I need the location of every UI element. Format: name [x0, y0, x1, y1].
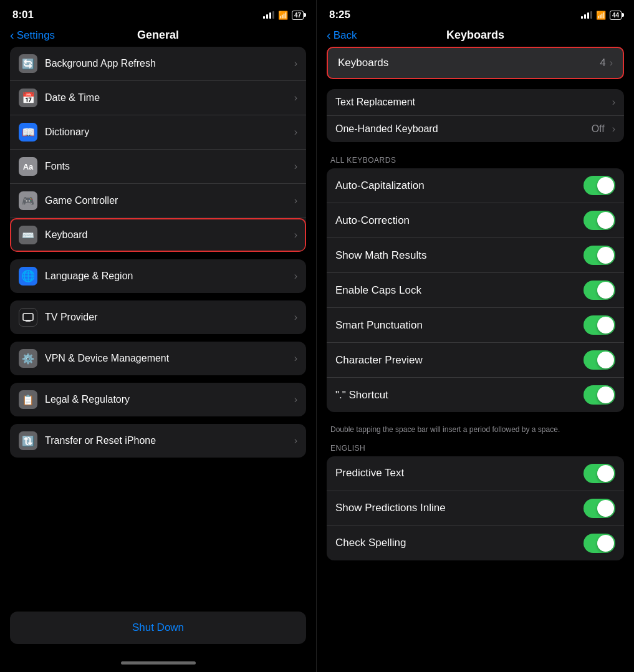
label-language-region: Language & Region	[45, 271, 291, 282]
keyboards-label: Keyboards	[338, 57, 600, 69]
back-label-right: Back	[334, 29, 357, 42]
toggle-row-check-spelling: Check Spelling	[327, 526, 624, 560]
label-enable-caps-lock: Enable Caps Lock	[335, 284, 584, 297]
icon-tv-provider	[19, 308, 37, 327]
nav-title-left: General	[137, 29, 179, 42]
settings-row-language-region[interactable]: 🌐 Language & Region ›	[10, 259, 306, 293]
shutdown-button[interactable]: Shut Down	[10, 612, 306, 644]
chevron-legal: ›	[294, 394, 297, 405]
back-button-right[interactable]: ‹ Back	[327, 28, 357, 42]
settings-list-left: 🔄 Background App Refresh › 📅 Date & Time…	[0, 47, 316, 607]
chevron-dictionary: ›	[294, 127, 297, 138]
section-english: ENGLISH	[327, 438, 624, 456]
label-auto-correction: Auto-Correction	[335, 214, 584, 227]
status-icons-left: 📶 47	[263, 11, 304, 20]
settings-row-vpn[interactable]: ⚙️ VPN & Device Management ›	[10, 342, 306, 375]
group-text-replacement: Text Replacement › One-Handed Keyboard O…	[327, 89, 624, 142]
label-text-replacement: Text Replacement	[335, 97, 608, 108]
label-fonts: Fonts	[45, 161, 291, 172]
chevron-date-time: ›	[294, 92, 297, 103]
settings-row-fonts[interactable]: Aa Fonts ›	[10, 150, 306, 184]
toggle-show-predictions-inline[interactable]	[584, 499, 615, 518]
toggle-row-enable-caps-lock: Enable Caps Lock	[327, 273, 624, 308]
label-dictionary: Dictionary	[45, 127, 291, 138]
group-general-top: 🔄 Background App Refresh › 📅 Date & Time…	[10, 47, 306, 252]
back-button-left[interactable]: ‹ Settings	[10, 28, 55, 42]
toggle-row-show-math-results: Show Math Results	[327, 238, 624, 273]
settings-row-game-controller[interactable]: 🎮 Game Controller ›	[10, 184, 306, 218]
icon-legal: 📋	[19, 390, 37, 409]
label-keyboard: Keyboard	[45, 229, 291, 241]
chevron-fonts: ›	[294, 161, 297, 172]
icon-game-controller: 🎮	[19, 191, 37, 210]
toggle-row-auto-correction: Auto-Correction	[327, 203, 624, 238]
shutdown-label: Shut Down	[132, 622, 184, 633]
wifi-icon-left: 📶	[278, 11, 288, 20]
toggle-auto-correction[interactable]	[584, 211, 615, 230]
label-game-controller: Game Controller	[45, 195, 291, 206]
settings-row-legal[interactable]: 📋 Legal & Regulatory ›	[10, 383, 306, 416]
toggle-period-shortcut[interactable]	[584, 385, 615, 405]
status-bar-left: 8:01 📶 47	[0, 0, 316, 26]
label-period-shortcut: "." Shortcut	[335, 389, 584, 401]
settings-row-tv-provider[interactable]: TV Provider ›	[10, 300, 306, 334]
chevron-language-region: ›	[294, 271, 297, 282]
settings-row-text-replacement[interactable]: Text Replacement ›	[327, 89, 624, 116]
group-all-keyboards-toggles: Auto-Capitalization Auto-Correction Show…	[327, 168, 624, 412]
keyboards-row[interactable]: Keyboards 4 ›	[327, 47, 624, 79]
settings-row-dictionary[interactable]: 📖 Dictionary ›	[10, 115, 306, 150]
label-smart-punctuation: Smart Punctuation	[335, 319, 584, 332]
toggle-show-math-results[interactable]	[584, 246, 615, 265]
toggle-enable-caps-lock[interactable]	[584, 281, 615, 300]
label-show-predictions-inline: Show Predictions Inline	[335, 502, 584, 514]
icon-language-region: 🌐	[19, 267, 37, 286]
status-icons-right: 📶 44	[581, 11, 622, 20]
toggle-row-period-shortcut: "." Shortcut	[327, 378, 624, 412]
settings-row-background-app-refresh[interactable]: 🔄 Background App Refresh ›	[10, 47, 306, 81]
toggle-row-show-predictions-inline: Show Predictions Inline	[327, 491, 624, 526]
signal-icon-right	[581, 11, 592, 19]
back-chevron-right: ‹	[327, 28, 331, 42]
label-show-math-results: Show Math Results	[335, 249, 584, 262]
group-transfer: 🔃 Transfer or Reset iPhone ›	[10, 424, 306, 458]
group-tv: TV Provider ›	[10, 300, 306, 334]
right-panel: 8:25 📶 44 ‹ Back Keyboards Keyboards 4 ›	[317, 0, 634, 672]
time-right: 8:25	[329, 9, 350, 21]
home-bar-left	[121, 661, 196, 665]
label-character-preview: Character Preview	[335, 354, 584, 367]
nav-bar-left: ‹ Settings General	[0, 26, 316, 47]
toggle-row-predictive-text: Predictive Text	[327, 456, 624, 491]
settings-list-right: Keyboards 4 › Text Replacement › One-Han…	[317, 47, 634, 672]
signal-icon-left	[263, 11, 274, 19]
keyboards-chevron: ›	[610, 57, 613, 69]
nav-title-right: Keyboards	[446, 29, 504, 42]
back-label-left: Settings	[17, 29, 55, 42]
icon-transfer: 🔃	[19, 431, 37, 450]
label-auto-capitalization: Auto-Capitalization	[335, 180, 584, 192]
left-panel: 8:01 📶 47 ‹ Settings General 🔄 Backgroun…	[0, 0, 317, 672]
time-left: 8:01	[12, 9, 34, 21]
group-language: 🌐 Language & Region ›	[10, 259, 306, 293]
toggle-row-auto-capitalization: Auto-Capitalization	[327, 168, 624, 203]
label-vpn: VPN & Device Management	[45, 353, 291, 364]
toggle-smart-punctuation[interactable]	[584, 315, 615, 335]
toggle-row-smart-punctuation: Smart Punctuation	[327, 308, 624, 343]
label-date-time: Date & Time	[45, 92, 291, 103]
settings-row-date-time[interactable]: 📅 Date & Time ›	[10, 81, 306, 115]
toggle-auto-capitalization[interactable]	[584, 176, 615, 195]
settings-row-transfer[interactable]: 🔃 Transfer or Reset iPhone ›	[10, 424, 306, 458]
toggle-predictive-text[interactable]	[584, 464, 615, 483]
settings-row-keyboard[interactable]: ⌨️ Keyboard ›	[10, 218, 306, 252]
icon-keyboard: ⌨️	[19, 226, 37, 244]
chevron-transfer: ›	[294, 435, 297, 446]
chevron-vpn: ›	[294, 353, 297, 364]
toggle-check-spelling[interactable]	[584, 534, 615, 553]
label-predictive-text: Predictive Text	[335, 467, 584, 479]
toggle-row-character-preview: Character Preview	[327, 343, 624, 378]
label-background-app-refresh: Background App Refresh	[45, 58, 291, 69]
settings-row-one-handed[interactable]: One-Handed Keyboard Off ›	[327, 116, 624, 142]
group-english-toggles: Predictive Text Show Predictions Inline …	[327, 456, 624, 560]
battery-left: 47	[292, 11, 304, 20]
status-bar-right: 8:25 📶 44	[317, 0, 634, 26]
toggle-character-preview[interactable]	[584, 350, 615, 370]
